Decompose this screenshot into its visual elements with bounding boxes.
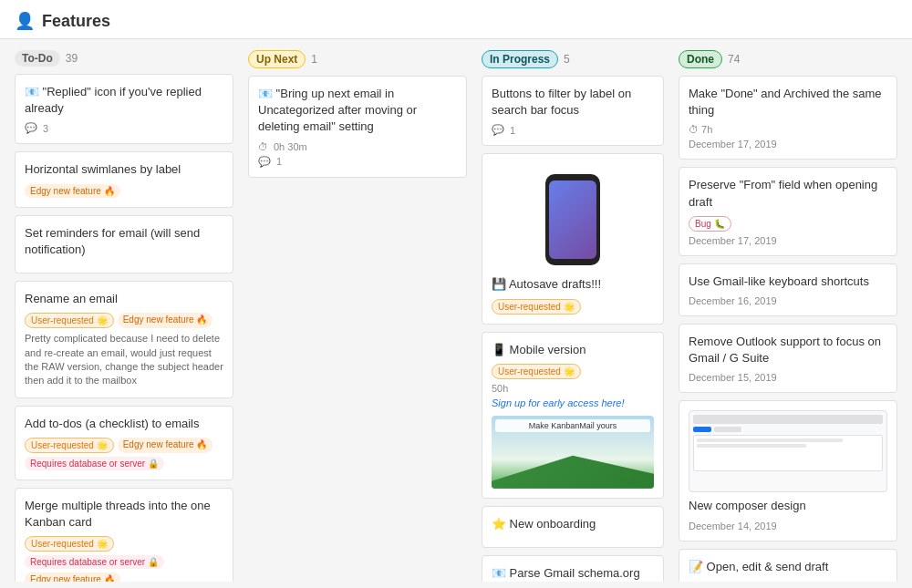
card-note: Sign up for early access here! bbox=[492, 397, 654, 408]
column-label-todo: To-Do bbox=[15, 50, 60, 67]
composer-screenshot bbox=[689, 410, 887, 492]
card-date: December 17, 2019 bbox=[689, 235, 887, 246]
card-merge-threads[interactable]: Merge multiple threads into the one Kanb… bbox=[15, 488, 233, 582]
card-title: 📧 "Replied" icon if you've replied alrea… bbox=[25, 84, 223, 117]
kanban-board: To-Do 39 📧 "Replied" icon if you've repl… bbox=[0, 39, 912, 582]
page-header: 👤 Features bbox=[0, 0, 912, 39]
card-meta: 💬3 bbox=[25, 122, 223, 134]
tag-user: User-requested 🌟 bbox=[492, 299, 581, 315]
tag-user: User-requested 🌟 bbox=[492, 364, 581, 379]
card-filter-buttons[interactable]: Buttons to filter by label on search bar… bbox=[482, 76, 664, 146]
card-bring-up-next[interactable]: 📧 "Bring up next email in Uncategorized … bbox=[248, 76, 467, 178]
card-tags: User-requested 🌟 Edgy new feature 🔥 Requ… bbox=[25, 438, 223, 470]
card-desc: Need to worry about XSS in editor New ed… bbox=[689, 581, 887, 582]
card-tags: Bug 🐛 bbox=[689, 216, 887, 232]
card-tags: User-requested 🌟 Requires database or se… bbox=[25, 536, 223, 582]
card-title: 📧 Parse Gmail schema.org markup in email… bbox=[492, 565, 654, 582]
tag-db: Requires database or server 🔒 bbox=[25, 457, 164, 470]
card-rename-email[interactable]: Rename an email User-requested 🌟 Edgy ne… bbox=[15, 281, 233, 398]
column-header-todo: To-Do 39 bbox=[15, 50, 233, 67]
card-date: December 16, 2019 bbox=[689, 295, 887, 306]
column-label-done: Done bbox=[679, 50, 722, 68]
column-todo: To-Do 39 📧 "Replied" icon if you've repl… bbox=[15, 50, 233, 582]
column-header-inprogress: In Progress 5 bbox=[482, 50, 664, 68]
tag-user: User-requested 🌟 bbox=[25, 536, 114, 552]
card-tags: User-requested 🌟 bbox=[492, 299, 654, 315]
card-done-archived[interactable]: Make "Done" and Archived the same thing … bbox=[679, 76, 897, 160]
card-title: ⭐ New onboarding bbox=[492, 516, 654, 532]
card-mobile-version[interactable]: 📱 Mobile version User-requested 🌟 50h Si… bbox=[482, 332, 664, 499]
column-header-done: Done 74 bbox=[679, 50, 897, 68]
column-done: Done 74 Make "Done" and Archived the sam… bbox=[679, 50, 897, 582]
card-autosave-drafts[interactable]: 💾 Autosave drafts!!! User-requested 🌟 bbox=[482, 153, 664, 324]
card-title: Horizontal swimlanes by label bbox=[25, 161, 223, 178]
card-todos-checklist[interactable]: Add to-dos (a checklist) to emails User-… bbox=[15, 406, 233, 480]
card-meta: ⏱ 7h bbox=[689, 124, 887, 135]
phone-mockup bbox=[545, 174, 600, 265]
column-label-inprogress: In Progress bbox=[482, 50, 558, 68]
card-title: 📝 Open, edit & send draft bbox=[689, 559, 887, 575]
page-icon: 👤 bbox=[15, 11, 35, 31]
card-title: Add to-dos (a checklist) to emails bbox=[25, 416, 223, 432]
mountain-image: Make KanbanMail yours bbox=[492, 416, 654, 489]
column-count-inprogress: 5 bbox=[564, 53, 570, 66]
card-title: 📱 Mobile version bbox=[492, 342, 654, 358]
tag-user: User-requested 🌟 bbox=[25, 313, 114, 328]
card-title: 💾 Autosave drafts!!! bbox=[492, 276, 654, 293]
column-count-upnext: 1 bbox=[311, 53, 317, 66]
column-header-upnext: Up Next 1 bbox=[248, 50, 467, 68]
card-title: Use Gmail-like keyboard shortcuts bbox=[689, 273, 887, 290]
tag-edgy: Edgy new feature 🔥 bbox=[118, 313, 213, 328]
card-title: Make "Done" and Archived the same thing bbox=[689, 86, 887, 119]
card-title: Remove Outlook support to focus on Gmail… bbox=[689, 334, 887, 366]
card-tags: User-requested 🌟 bbox=[492, 364, 654, 379]
card-title: Preserve "From" field when opening draft bbox=[689, 177, 887, 210]
card-new-onboarding[interactable]: ⭐ New onboarding bbox=[482, 506, 664, 548]
tag-db: Requires database or server 🔒 bbox=[25, 555, 164, 569]
column-upnext: Up Next 1 📧 "Bring up next email in Unca… bbox=[248, 50, 467, 185]
card-keyboard-shortcuts[interactable]: Use Gmail-like keyboard shortcuts Decemb… bbox=[679, 263, 897, 316]
card-swimlanes[interactable]: Horizontal swimlanes by label Edgy new f… bbox=[15, 151, 233, 207]
page-title: Features bbox=[42, 12, 110, 31]
card-tags: Edgy new feature 🔥 bbox=[25, 184, 223, 198]
card-reminders[interactable]: Set reminders for email (will send notif… bbox=[15, 215, 233, 273]
tag-user: User-requested 🌟 bbox=[25, 438, 114, 453]
card-gmail-schema[interactable]: 📧 Parse Gmail schema.org markup in email… bbox=[482, 555, 664, 582]
card-new-composer[interactable]: New composer design December 14, 2019 bbox=[679, 400, 897, 541]
card-title: 📧 "Bring up next email in Uncategorized … bbox=[258, 86, 457, 136]
column-count-done: 74 bbox=[728, 53, 740, 66]
card-meta: 💬1 bbox=[492, 124, 654, 136]
card-remove-outlook[interactable]: Remove Outlook support to focus on Gmail… bbox=[679, 324, 897, 393]
column-inprogress: In Progress 5 Buttons to filter by label… bbox=[482, 50, 664, 582]
card-comments: 💬1 bbox=[258, 156, 457, 168]
tag-edgy: Edgy new feature 🔥 bbox=[25, 184, 120, 198]
card-date: December 17, 2019 bbox=[689, 139, 887, 150]
tag-edgy: Edgy new feature 🔥 bbox=[25, 573, 120, 582]
card-desc: Pretty complicated because I need to del… bbox=[25, 332, 223, 388]
card-date: December 15, 2019 bbox=[689, 372, 887, 383]
card-time: 50h bbox=[492, 383, 654, 394]
card-date: December 14, 2019 bbox=[689, 521, 887, 531]
card-meta: ⏱0h 30m bbox=[258, 141, 457, 152]
card-preserve-from[interactable]: Preserve "From" field when opening draft… bbox=[679, 167, 897, 255]
card-overlay-text: Make KanbanMail yours bbox=[495, 419, 650, 432]
card-title: New composer design bbox=[689, 498, 887, 514]
card-tags: User-requested 🌟 Edgy new feature 🔥 bbox=[25, 313, 223, 328]
card-title: Set reminders for email (will send notif… bbox=[25, 225, 223, 258]
column-label-upnext: Up Next bbox=[248, 50, 306, 68]
column-count-todo: 39 bbox=[66, 52, 78, 65]
card-replied-icon[interactable]: 📧 "Replied" icon if you've replied alrea… bbox=[15, 74, 233, 144]
tag-edgy: Edgy new feature 🔥 bbox=[118, 438, 213, 453]
card-title: Buttons to filter by label on search bar… bbox=[492, 86, 654, 119]
tag-bug: Bug 🐛 bbox=[689, 216, 731, 232]
card-open-edit-draft[interactable]: 📝 Open, edit & send draft Need to worry … bbox=[679, 549, 897, 583]
card-title: Merge multiple threads into the one Kanb… bbox=[25, 498, 223, 531]
card-title: Rename an email bbox=[25, 291, 223, 307]
